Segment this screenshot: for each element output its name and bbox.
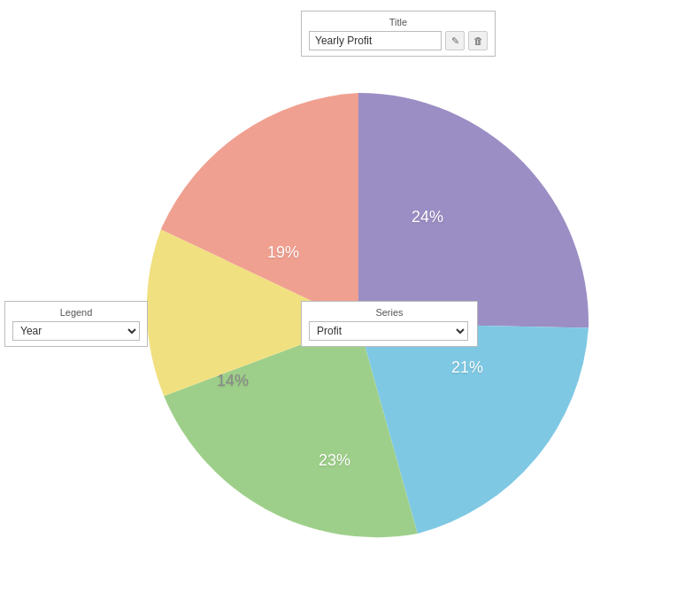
- delete-icon-button[interactable]: 🗑: [468, 31, 488, 50]
- legend-panel: Legend Year: [4, 301, 148, 347]
- title-panel: Title ✎ 🗑: [301, 11, 496, 57]
- series-panel-label: Series: [309, 307, 470, 318]
- edit-icon-button[interactable]: ✎: [445, 31, 465, 50]
- series-select[interactable]: Profit: [309, 321, 468, 341]
- slice-1: [358, 93, 588, 328]
- title-input[interactable]: [309, 31, 442, 50]
- title-panel-label: Title: [309, 17, 488, 27]
- legend-panel-label: Legend: [12, 307, 140, 318]
- legend-select[interactable]: Year: [12, 321, 140, 341]
- series-panel: Series Profit: [301, 301, 478, 347]
